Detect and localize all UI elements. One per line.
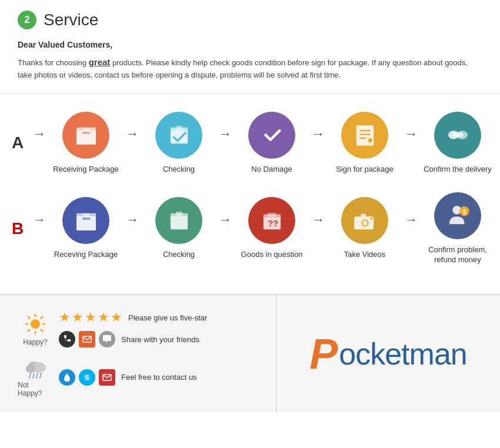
flow-item-b2: Checking [144,197,214,260]
sun-icon [23,312,48,336]
flow-item-b5: $ Confirm problem,refund money [422,192,493,265]
step-badge: 2 [18,11,36,29]
flow-item-b4: Take Videos [329,197,400,260]
arrow-a-2: → [219,126,232,159]
flow-label-b1: Receving Package [54,250,118,260]
flow-label-a1: Receiving Package [53,165,118,175]
flow-circle-b2 [155,197,202,244]
nothappy-content: S Feel free to contact us [59,369,197,386]
service-title: Service [44,11,98,29]
svg-line-38 [28,316,30,319]
svg-rect-3 [82,132,90,134]
flow-circle-a3 [248,112,295,159]
arrow-b-3: → [312,212,325,245]
svg-rect-13 [452,133,463,137]
arrow-a-1: → [126,126,139,159]
svg-line-41 [28,329,30,332]
arrow-b-1: → [126,212,139,245]
svg-rect-16 [83,213,89,217]
flow-circle-a2 [155,112,202,159]
flow-label-a5: Confirm the delivery [424,165,492,175]
svg-line-46 [29,373,31,378]
flow-item-a4: Sign for package [329,112,400,175]
flow-label-b4: Take Videos [344,250,386,260]
flow-circle-b4 [341,197,388,244]
happy-block: Happy? ★ ★ ★ ★ ★ Pleas [18,310,258,347]
bottom-section: Happy? ★ ★ ★ ★ ★ Pleas [0,294,500,412]
flow-circle-a1 [62,112,109,159]
service-description: Thanks for choosing great products. Plea… [18,55,482,82]
cloud-rain-icon [22,357,48,379]
flow-label-a3: No Damage [251,165,292,175]
arrow-b-4: → [405,212,418,245]
svg-line-40 [41,316,43,319]
flow-circle-b5: $ [434,192,481,239]
flow-circle-b3: ?? [248,197,295,244]
svg-rect-7 [356,125,373,146]
flow-label-a2: Checking [163,165,195,175]
star-rating: ★ ★ ★ ★ ★ [59,310,122,325]
social-icons [59,331,115,347]
flow-circle-b1 [62,197,109,244]
happy-label: Happy? [23,338,47,346]
water-icon [59,369,75,386]
phone-icon [59,331,75,347]
flow-circle-a5 [434,112,481,159]
svg-point-33 [31,319,40,329]
contact-icons: S [59,369,115,386]
svg-rect-20 [176,212,182,216]
flow-label-b5: Confirm problem,refund money [428,245,487,265]
share-text: Share with your friends [121,335,199,344]
flow-item-a2: Checking [144,112,214,175]
flow-row-b: B → Receving Package → [12,192,488,265]
svg-text:S: S [85,375,89,381]
five-star-text: Please give us five-star [128,313,207,322]
flow-item-b1: Receving Package [51,197,121,260]
svg-line-49 [40,373,41,378]
arrow-a-4: → [405,126,418,159]
arrow-a-3: → [312,126,325,159]
svg-rect-17 [82,218,90,220]
dear-customers: Dear Valued Customers, [18,40,482,49]
happy-content: ★ ★ ★ ★ ★ Please give us five-star [59,310,207,347]
email-icon [79,331,95,347]
svg-line-48 [36,373,38,378]
svg-line-47 [33,373,34,378]
svg-rect-6 [176,126,182,130]
flow-item-a3: No Damage [236,112,307,175]
bottom-left: Happy? ★ ★ ★ ★ ★ Pleas [0,295,276,412]
contact-text: Feel free to contact us [121,373,197,382]
top-section: 2 Service Dear Valued Customers, Thanks … [0,0,500,94]
flow-row-a: A → Receiving Package → [12,112,488,175]
flow-circle-a4 [341,112,388,159]
bottom-right: P ocketman [276,295,500,412]
skype-icon: S [79,369,95,386]
svg-line-39 [41,329,43,332]
flow-section: A → Receiving Package → [0,94,500,295]
svg-point-27 [362,220,366,225]
happy-weather: Happy? [18,312,53,346]
svg-point-29 [370,218,372,220]
svg-text:$: $ [462,208,466,215]
chat-icon [99,331,115,347]
svg-rect-23 [268,212,276,216]
flow-item-a5: Confirm the delivery [422,112,493,175]
svg-rect-28 [361,213,366,217]
nothappy-weather: Not Happy? [18,357,53,397]
flow-letter-a: A [12,133,24,152]
service-header: 2 Service [18,11,482,29]
svg-point-45 [26,365,35,373]
logo-p: P [309,333,338,375]
flow-letter-b: B [12,219,24,238]
mail-icon [99,369,115,386]
svg-text:??: ?? [268,218,278,228]
nothappy-block: Not Happy? S [18,357,258,397]
logo-text: ocketman [339,336,466,372]
arrow-a-start: → [33,126,46,159]
flow-item-a1: Receiving Package [51,112,121,175]
flow-label-b3: Goods in question [241,250,303,260]
svg-rect-2 [83,128,89,132]
not-happy-label: Not Happy? [18,381,53,397]
svg-rect-42 [83,336,91,342]
pocketman-logo: P ocketman [309,333,466,375]
